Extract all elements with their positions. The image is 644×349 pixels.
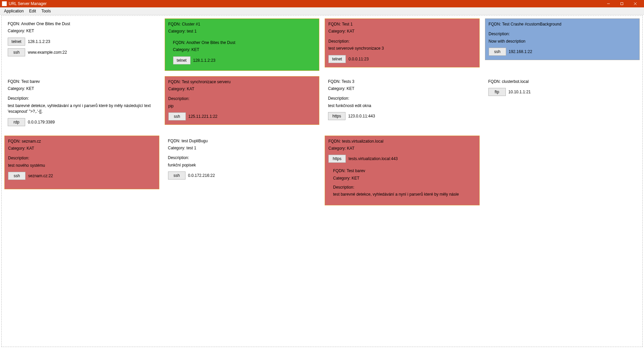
action-row: telnet128.1.1.2:23 — [173, 56, 314, 64]
titlebar: URL Server Manager — [0, 0, 644, 7]
protocol-button[interactable]: ssh — [8, 172, 25, 180]
description-text: test funkčnosti edit okna — [328, 103, 476, 109]
description-text: funkční popisek — [168, 162, 316, 168]
server-card[interactable]: FQDN: Another One Bites the DustCategory… — [4, 18, 159, 60]
menubar: Application Edit Tools — [0, 7, 644, 15]
address-text: seznam.cz:22 — [28, 173, 53, 178]
protocol-button[interactable]: telnet — [8, 38, 25, 46]
actions: ftp10.10.1.1:21 — [488, 88, 637, 96]
actions: ssh125.11.221.1:22 — [168, 112, 316, 120]
actions: httpstests.virtualization.local:443 — [328, 155, 476, 163]
fqdn-line: FQDN: Cluster #1 — [168, 21, 316, 27]
description-label: Description: — [489, 31, 636, 37]
protocol-button[interactable]: ssh — [168, 112, 186, 120]
description-label: Description: — [8, 155, 156, 161]
window-title: URL Server Manager — [9, 1, 47, 6]
description-label: Description: — [328, 39, 476, 44]
description-label: Description: — [168, 96, 316, 102]
category-line: Category: KET — [328, 86, 476, 92]
server-card[interactable]: FQDN: Test Crashe #customBackgroundDescr… — [485, 18, 640, 60]
fqdn-line: FQDN: Test barev — [8, 79, 156, 85]
fqdn-line: FQDN: Test 1 — [328, 21, 476, 27]
server-card[interactable]: FQDN: clusterbot.localftp10.10.1.1:21 — [485, 76, 640, 100]
fqdn-line: FQDN: Another One Bites the Dust — [173, 40, 314, 46]
actions: sshseznam.cz:22 — [8, 172, 156, 180]
server-card[interactable]: FQDN: Tests 3Category: KETDescription:te… — [325, 76, 480, 124]
address-text: 128.1.1.2:23 — [193, 58, 216, 63]
server-card[interactable]: FQDN: Test 1Category: KATDescription:tes… — [325, 18, 480, 67]
action-row: ssh192.168.1:22 — [489, 48, 636, 56]
fqdn-line: FQDN: clusterbot.local — [488, 79, 637, 85]
description-label: Description: — [328, 96, 476, 101]
protocol-button[interactable]: ssh — [489, 48, 506, 56]
fqdn-line: FQDN: test DupliBugu — [168, 138, 316, 144]
category-line: Category: test 1 — [168, 145, 316, 151]
protocol-button[interactable]: https — [328, 112, 345, 120]
fqdn-line: FQDN: Test Crashe #customBackground — [489, 21, 636, 27]
actions: rdp0.0.0.179:3389 — [8, 118, 156, 126]
address-text: 0.0.0.11:23 — [348, 57, 369, 61]
protocol-button[interactable]: rdp — [8, 118, 25, 126]
description-label: Description: — [333, 185, 474, 190]
protocol-button[interactable]: telnet — [328, 55, 346, 63]
action-row: ssh125.11.221.1:22 — [168, 112, 316, 120]
menu-application[interactable]: Application — [1, 7, 26, 14]
fqdn-line: FQDN: seznam.cz — [8, 139, 156, 144]
actions: telnet128.1.1.2:23sshwww.example.com:22 — [8, 38, 156, 56]
maximize-button[interactable] — [615, 0, 629, 7]
address-text: 0.0.0.179:3389 — [28, 120, 55, 124]
protocol-button[interactable]: telnet — [173, 56, 191, 64]
fqdn-line: FQDN: Another One Bites the Dust — [8, 21, 156, 27]
description-text: test barevné detekce, vyhledávání a nyní… — [8, 103, 156, 115]
minimize-button[interactable] — [602, 0, 615, 7]
window-controls — [602, 0, 642, 7]
server-card[interactable]: FQDN: Test barevCategory: KETDescription… — [4, 76, 159, 130]
description-text: Now with description — [489, 39, 636, 44]
protocol-button[interactable]: https — [328, 155, 346, 163]
server-card[interactable]: FQDN: Cluster #1Category: test 1FQDN: An… — [165, 18, 320, 71]
address-text: 192.168.1:22 — [509, 49, 532, 54]
close-button[interactable] — [629, 0, 642, 7]
address-text: 125.11.221.1:22 — [189, 114, 218, 119]
server-card[interactable]: FQDN: Test synchronizace serveruCategory… — [165, 76, 320, 125]
actions: telnet0.0.0.11:23 — [328, 55, 476, 63]
description-text: test nového systému — [8, 163, 156, 168]
address-text: 10.10.1.1:21 — [508, 90, 531, 94]
actions: telnet128.1.1.2:23 — [173, 56, 314, 64]
category-line: Category: KET — [333, 176, 474, 181]
address-text: 0.0.172.216:22 — [188, 173, 215, 178]
fqdn-line: FQDN: Tests 3 — [328, 79, 476, 85]
address-text: 123.0.0.11:443 — [348, 114, 375, 118]
category-line: Category: KAT — [328, 29, 476, 34]
action-row: ssh0.0.172.216:22 — [168, 171, 316, 180]
server-card[interactable]: FQDN: seznam.czCategory: KATDescription:… — [4, 136, 159, 189]
cards-grid: FQDN: Another One Bites the DustCategory… — [4, 18, 640, 205]
server-card[interactable]: FQDN: tests.virtualization.localCategory… — [325, 136, 480, 205]
category-line: Category: KET — [8, 86, 156, 92]
category-line: Category: KET — [8, 28, 156, 34]
actions: https123.0.0.11:443 — [328, 112, 476, 120]
protocol-button[interactable]: ssh — [8, 48, 25, 56]
address-text: www.example.com:22 — [28, 50, 67, 55]
menu-tools[interactable]: Tools — [39, 7, 53, 14]
description-text: pip — [168, 103, 316, 109]
nested-card[interactable]: FQDN: Another One Bites the DustCategory… — [168, 38, 316, 66]
action-row: telnet0.0.0.11:23 — [328, 55, 476, 63]
address-text: 128.1.1.2:23 — [28, 39, 50, 44]
nested-card[interactable]: FQDN: Test barevCategory: KETDescription… — [328, 166, 476, 201]
protocol-button[interactable]: ssh — [168, 171, 185, 180]
protocol-button[interactable]: ftp — [488, 88, 506, 96]
action-row: ftp10.10.1.1:21 — [488, 88, 637, 96]
category-line: Category: KAT — [8, 146, 156, 151]
action-row: telnet128.1.1.2:23 — [8, 38, 156, 46]
server-card[interactable]: FQDN: test DupliBuguCategory: test 1Desc… — [165, 136, 320, 184]
fqdn-line: FQDN: tests.virtualization.local — [328, 139, 476, 144]
category-line: Category: KAT — [328, 146, 476, 151]
menu-edit[interactable]: Edit — [26, 7, 39, 14]
svg-rect-1 — [621, 3, 623, 5]
action-row: sshwww.example.com:22 — [8, 48, 156, 56]
description-text: test serverové synchronizace 3 — [328, 46, 476, 51]
action-row: httpstests.virtualization.local:443 — [328, 155, 476, 163]
description-label: Description: — [168, 155, 316, 161]
fqdn-line: FQDN: Test barev — [333, 168, 474, 174]
